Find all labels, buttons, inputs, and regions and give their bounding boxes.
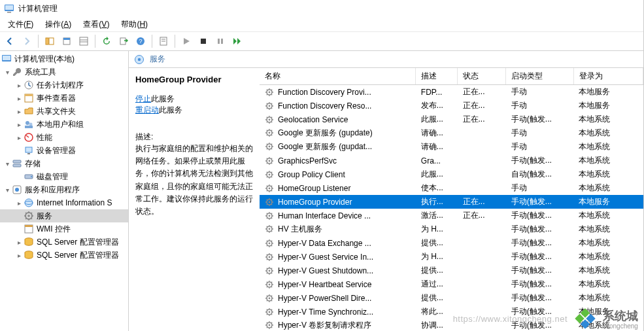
col-desc[interactable]: 描述	[416, 68, 458, 85]
service-gear-icon	[265, 307, 274, 317]
cell-name: Hyper-V Guest Service In...	[260, 250, 416, 264]
export-list-button[interactable]	[116, 34, 131, 48]
cell-startup: 手动	[506, 126, 574, 140]
svg-point-45	[138, 58, 141, 60]
cell-status: 正在...	[458, 99, 506, 113]
tree-item-iis[interactable]: ▸Internet Information S	[0, 196, 128, 209]
svg-rect-3	[46, 38, 48, 44]
cell-status	[458, 305, 506, 319]
service-row[interactable]: Hyper-V Guest Shutdown...提供...手动(触发...本地…	[260, 264, 643, 277]
service-gear-icon	[265, 142, 274, 151]
restart-service-button[interactable]	[230, 34, 245, 48]
service-row[interactable]: Hyper-V Heartbeat Service通过...手动(触发...本地…	[260, 277, 643, 291]
cell-name: Hyper-V Guest Shutdown...	[260, 264, 416, 277]
tree-services-apps[interactable]: ▾ 服务和应用程序	[0, 183, 128, 196]
explorer-button[interactable]	[76, 34, 91, 48]
tree-item-local-users[interactable]: ▸本地用户和组	[0, 118, 128, 131]
stop-service-button[interactable]	[196, 34, 211, 48]
service-row[interactable]: HomeGroup Provider执行...正在...手动(触发...本地服务	[260, 195, 643, 209]
service-row[interactable]: Google 更新服务 (gupdat...请确...手动本地系统	[260, 140, 643, 154]
tree-item-sqlcfg2[interactable]: ▸SQL Server 配置管理器	[0, 249, 128, 262]
tree-item-device-manager[interactable]: 设备管理器	[0, 144, 128, 157]
col-startup[interactable]: 启动类型	[506, 68, 574, 85]
cell-desc: 提供...	[416, 264, 458, 277]
cell-startup: 手动(触发...	[506, 236, 574, 250]
svg-point-73	[269, 270, 271, 271]
cell-startup: 手动	[506, 181, 574, 195]
tree-system-tools[interactable]: ▾ 系统工具	[0, 65, 128, 78]
service-row[interactable]: Group Policy Client此服...自动(触发...本地系统	[260, 167, 643, 181]
col-name[interactable]: 名称	[260, 68, 416, 85]
cell-logon: 本地系统	[573, 236, 643, 250]
tree-item-label: 服务	[37, 211, 52, 222]
service-row[interactable]: Hyper-V Guest Service In...为 H...手动(触发..…	[260, 250, 643, 264]
cell-startup: 手动(触发...	[506, 277, 574, 291]
navigation-tree[interactable]: 计算机管理(本地) ▾ 系统工具 ▸任务计划程序▸事件查看器▸共享文件夹▸本地用…	[0, 51, 129, 331]
cell-desc: 激活...	[416, 209, 458, 222]
cell-desc: FDP...	[416, 85, 458, 99]
svg-rect-23	[25, 94, 33, 96]
cell-name: HV 主机服务	[260, 222, 416, 236]
restart-service-link[interactable]: 重启动	[135, 105, 159, 114]
cell-desc: 发布...	[416, 99, 458, 113]
menu-file[interactable]: 文件(F)	[3, 18, 39, 31]
service-row[interactable]: Hyper-V 卷影复制请求程序协调...手动(触发...本地系统	[260, 319, 643, 331]
device-manager-icon	[24, 145, 34, 156]
tree-item-task-scheduler[interactable]: ▸任务计划程序	[0, 78, 128, 92]
help-button[interactable]: ?	[133, 34, 148, 48]
cell-logon: 本地服务	[573, 85, 643, 99]
service-row[interactable]: Function Discovery Reso...发布...正在...手动本地…	[260, 99, 643, 113]
service-row[interactable]: GraphicsPerfSvcGra...手动(触发...本地系统	[260, 154, 643, 167]
tree-item-services[interactable]: 服务	[0, 209, 128, 222]
pause-service-button[interactable]	[213, 34, 228, 48]
service-row[interactable]: Human Interface Device ...激活...正在...手动(触…	[260, 209, 643, 222]
tree-label: 存储	[25, 158, 41, 169]
col-logon[interactable]: 登录为	[573, 68, 643, 85]
tree-item-event-viewer[interactable]: ▸事件查看器	[0, 92, 128, 105]
menu-help[interactable]: 帮助(H)	[116, 18, 153, 31]
svg-point-49	[269, 105, 271, 107]
service-row[interactable]: Hyper-V PowerShell Dire...提供...手动(触发...本…	[260, 291, 643, 305]
service-row[interactable]: Geolocation Service此服...正在...手动(触发...本地系…	[260, 113, 643, 126]
table-header-row[interactable]: 名称 描述 状态 启动类型 登录为	[260, 68, 643, 85]
svg-point-79	[269, 311, 271, 313]
menu-view[interactable]: 查看(V)	[78, 18, 114, 31]
start-service-button[interactable]	[179, 34, 194, 48]
tree-item-disk-mgmt[interactable]: 磁盘管理	[0, 170, 128, 183]
body: 计算机管理(本地) ▾ 系统工具 ▸任务计划程序▸事件查看器▸共享文件夹▸本地用…	[0, 51, 643, 331]
svg-rect-1	[5, 5, 13, 10]
back-button[interactable]	[3, 34, 17, 48]
services-table: 名称 描述 状态 启动类型 登录为 Function Discovery Pro…	[260, 68, 643, 331]
tree-item-wmi[interactable]: WMI 控件	[0, 222, 128, 235]
show-hide-tree-button[interactable]	[42, 34, 57, 48]
service-gear-icon	[265, 211, 274, 220]
services-list[interactable]: 名称 描述 状态 启动类型 登录为 Function Discovery Pro…	[260, 68, 643, 331]
cell-desc: 将此...	[416, 305, 458, 319]
svg-point-55	[269, 146, 271, 148]
tree-item-sqlcfg1[interactable]: ▸SQL Server 配置管理器	[0, 235, 128, 249]
titlebar: 计算机管理	[0, 0, 643, 17]
service-row[interactable]: Function Discovery Provi...FDP...正在...手动…	[260, 85, 643, 99]
service-row[interactable]: Hyper-V Data Exchange ...提供...手动(触发...本地…	[260, 236, 643, 250]
service-row[interactable]: Hyper-V Time Synchroniz...将此...手动(触发...本…	[260, 305, 643, 319]
tree-item-performance[interactable]: ▸性能	[0, 131, 128, 144]
forward-button[interactable]	[20, 34, 34, 48]
cell-status	[458, 140, 506, 154]
service-row[interactable]: HomeGroup Listener使本...手动本地系统	[260, 181, 643, 195]
service-row[interactable]: HV 主机服务为 H...手动(触发...本地系统	[260, 222, 643, 236]
cell-logon: 本地服务	[573, 305, 643, 319]
tree-storage[interactable]: ▾ 存储	[0, 157, 128, 170]
col-status[interactable]: 状态	[458, 68, 506, 85]
cell-status: 正在...	[458, 195, 506, 209]
service-row[interactable]: Google 更新服务 (gupdate)请确...手动本地系统	[260, 126, 643, 140]
tree-item-label: 磁盘管理	[37, 171, 68, 183]
properties-button[interactable]	[59, 34, 74, 48]
sheet-button[interactable]	[156, 34, 171, 48]
stop-service-link[interactable]: 停止	[135, 94, 151, 103]
tree-item-label: 设备管理器	[37, 145, 76, 156]
menu-action[interactable]: 操作(A)	[40, 18, 76, 31]
tree-root[interactable]: 计算机管理(本地)	[0, 52, 128, 65]
tree-item-shared-folders[interactable]: ▸共享文件夹	[0, 105, 128, 118]
svg-point-47	[269, 91, 271, 93]
refresh-button[interactable]	[99, 34, 114, 48]
